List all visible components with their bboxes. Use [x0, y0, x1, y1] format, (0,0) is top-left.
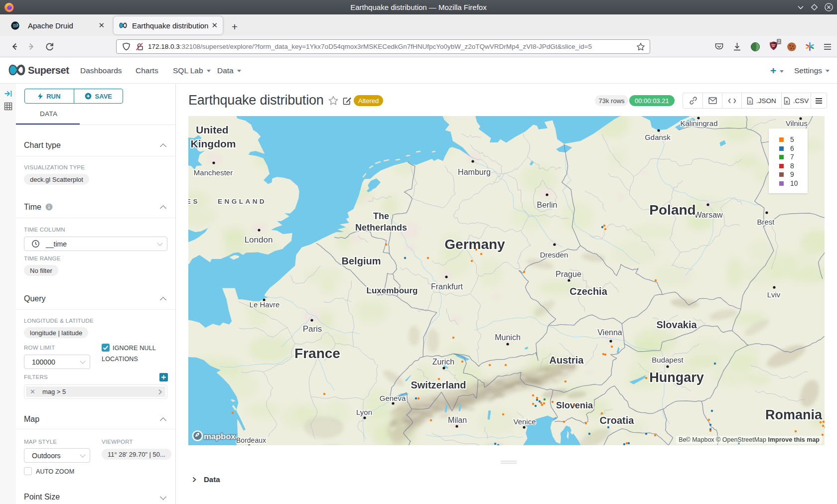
svg-text:Netherlands: Netherlands	[355, 223, 407, 233]
svg-text:Gdansk: Gdansk	[645, 133, 671, 141]
svg-text:The: The	[373, 211, 389, 221]
svg-text:Poland: Poland	[649, 202, 696, 218]
svg-text:Le Havre: Le Havre	[250, 300, 280, 309]
svg-text:Lyon: Lyon	[356, 408, 372, 416]
svg-text:Prague: Prague	[556, 270, 581, 278]
svg-text:Croatia: Croatia	[600, 415, 635, 426]
svg-text:ENGLAND: ENGLAND	[218, 198, 267, 205]
svg-text:Hungary: Hungary	[649, 370, 704, 385]
svg-text:Brest: Brest	[757, 218, 775, 226]
svg-text:Lviv: Lviv	[767, 290, 781, 299]
svg-text:Germany: Germany	[444, 237, 505, 252]
svg-text:Romania: Romania	[765, 407, 823, 422]
svg-text:Venice: Venice	[513, 417, 536, 426]
svg-text:Vienna: Vienna	[597, 328, 622, 337]
svg-text:Paris: Paris	[303, 324, 322, 334]
svg-text:Warsaw: Warsaw	[694, 211, 723, 219]
svg-text:Milan: Milan	[448, 416, 467, 424]
svg-text:Hamburg: Hamburg	[458, 168, 491, 176]
svg-text:Vilnius: Vilnius	[786, 119, 808, 127]
svg-text:Czechia: Czechia	[569, 286, 607, 297]
svg-text:Berlin: Berlin	[537, 201, 558, 209]
svg-text:France: France	[294, 346, 340, 361]
svg-text:United: United	[196, 124, 228, 135]
svg-text:Slovakia: Slovakia	[656, 319, 697, 330]
svg-text:Austria: Austria	[550, 355, 584, 366]
svg-text:London: London	[245, 235, 273, 245]
svg-text:Superset: Superset	[28, 65, 69, 76]
svg-text:mapbox: mapbox	[204, 431, 236, 441]
svg-text:Manchester: Manchester	[194, 168, 233, 177]
svg-text:Zurich: Zurich	[432, 358, 454, 366]
svg-text:ES: ES	[188, 198, 200, 205]
svg-text:Frankfurt: Frankfurt	[431, 282, 463, 291]
svg-text:Luxembourg: Luxembourg	[367, 286, 418, 295]
svg-text:Dresden: Dresden	[540, 251, 568, 259]
svg-text:Munich: Munich	[495, 333, 521, 342]
svg-text:Budapest: Budapest	[652, 356, 684, 364]
svg-text:Kaliningrad: Kaliningrad	[680, 119, 717, 127]
svg-text:Kingdom: Kingdom	[191, 138, 236, 149]
svg-text:Bordeaux: Bordeaux	[236, 436, 266, 444]
svg-text:Switzerland: Switzerland	[411, 379, 466, 390]
svg-text:Geneva: Geneva	[380, 394, 406, 402]
svg-text:Belgium: Belgium	[342, 255, 381, 266]
